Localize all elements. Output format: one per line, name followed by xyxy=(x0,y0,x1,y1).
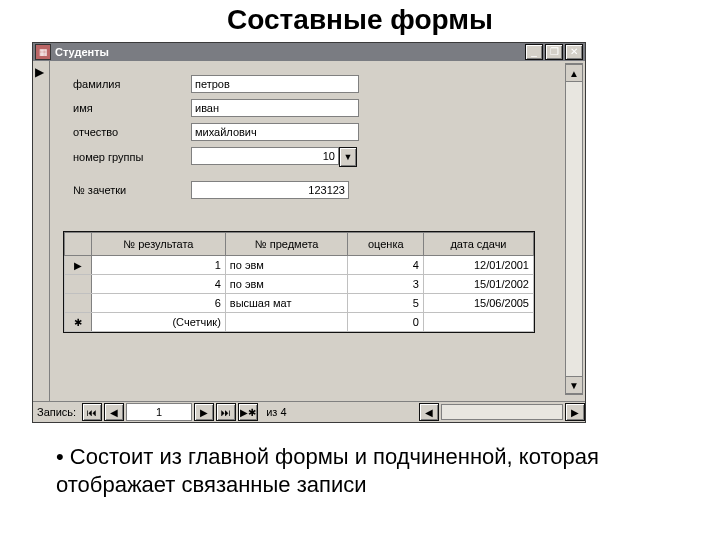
cell-grade[interactable]: 4 xyxy=(348,256,424,275)
window-title: Студенты xyxy=(55,46,525,58)
nav-prev-button[interactable]: ◀ xyxy=(104,403,124,421)
slide-bullet-text: Состоит из главной формы и подчиненной, … xyxy=(56,443,680,498)
nav-last-button[interactable]: ⏭ xyxy=(216,403,236,421)
field-label-surname: фамилия xyxy=(73,78,183,90)
row-selector-icon[interactable] xyxy=(65,275,92,294)
cell-subject[interactable]: по эвм xyxy=(225,275,348,294)
record-selector-bar[interactable]: ▶ xyxy=(33,61,50,401)
group-combo-input[interactable] xyxy=(191,147,339,165)
row-selector-icon[interactable] xyxy=(65,294,92,313)
cell-date[interactable]: 15/06/2005 xyxy=(423,294,533,313)
minimize-button[interactable]: _ xyxy=(525,44,543,60)
group-combo-dropdown-button[interactable]: ▼ xyxy=(339,147,357,167)
restore-button[interactable]: ❐ xyxy=(545,44,563,60)
subform-header-subject-num[interactable]: № предмета xyxy=(225,233,348,256)
scroll-down-button[interactable]: ▼ xyxy=(566,376,582,394)
scroll-up-button[interactable]: ▲ xyxy=(566,64,582,82)
access-form-window: ▦ Студенты _ ❐ ✕ ▶ фамилия имя отчество … xyxy=(32,42,586,423)
patronymic-input[interactable] xyxy=(191,123,359,141)
cell-grade[interactable]: 0 xyxy=(348,313,424,332)
hscroll-track[interactable] xyxy=(441,404,563,420)
cell-subject[interactable] xyxy=(225,313,348,332)
cell-subject[interactable]: по эвм xyxy=(225,256,348,275)
table-row[interactable]: ▶ 1 по эвм 4 12/01/2001 xyxy=(65,256,534,275)
record-navigator: Запись: ⏮ ◀ ▶ ⏭ ▶✱ из 4 ◀ ▶ xyxy=(33,401,585,422)
cell-date[interactable]: 15/01/2002 xyxy=(423,275,533,294)
hscroll-left-button[interactable]: ◀ xyxy=(419,403,439,421)
row-selector-icon[interactable]: ▶ xyxy=(65,256,92,275)
slide-title: Составные формы xyxy=(0,4,720,36)
titlebar: ▦ Студенты _ ❐ ✕ xyxy=(33,43,585,61)
cell-date[interactable] xyxy=(423,313,533,332)
surname-input[interactable] xyxy=(191,75,359,93)
cell-subject[interactable]: высшая мат xyxy=(225,294,348,313)
nav-next-button[interactable]: ▶ xyxy=(194,403,214,421)
nav-current-input[interactable] xyxy=(126,403,192,421)
cell-result-num[interactable]: 6 xyxy=(92,294,226,313)
vertical-scrollbar[interactable]: ▲ ▼ xyxy=(565,63,583,395)
cell-result-num[interactable]: (Счетчик) xyxy=(92,313,226,332)
scroll-track-vertical[interactable] xyxy=(566,82,582,376)
nav-new-button[interactable]: ▶✱ xyxy=(238,403,258,421)
cell-result-num[interactable]: 4 xyxy=(92,275,226,294)
hscroll-right-button[interactable]: ▶ xyxy=(565,403,585,421)
new-record-star-icon[interactable]: ✱ xyxy=(65,313,92,332)
table-row-new[interactable]: ✱ (Счетчик) 0 xyxy=(65,313,534,332)
subform-header-date[interactable]: дата сдачи xyxy=(423,233,533,256)
field-label-name: имя xyxy=(73,102,183,114)
record-label: Запись: xyxy=(37,406,76,418)
table-row[interactable]: 4 по эвм 3 15/01/2002 xyxy=(65,275,534,294)
cell-grade[interactable]: 3 xyxy=(348,275,424,294)
cell-grade[interactable]: 5 xyxy=(348,294,424,313)
chevron-down-icon: ▼ xyxy=(344,152,353,162)
form-body: ▶ фамилия имя отчество номер группы ▼ № … xyxy=(33,61,585,401)
name-input[interactable] xyxy=(191,99,359,117)
table-row[interactable]: 6 высшая мат 5 15/06/2005 xyxy=(65,294,534,313)
subform-header-selector xyxy=(65,233,92,256)
field-label-patronymic: отчество xyxy=(73,126,183,138)
cell-result-num[interactable]: 1 xyxy=(92,256,226,275)
field-label-group: номер группы xyxy=(73,151,183,163)
form-icon: ▦ xyxy=(35,44,51,60)
nav-first-button[interactable]: ⏮ xyxy=(82,403,102,421)
close-button[interactable]: ✕ xyxy=(565,44,583,60)
current-record-marker-icon: ▶ xyxy=(35,65,44,79)
subform-header-result-num[interactable]: № результата xyxy=(92,233,226,256)
bookno-input[interactable] xyxy=(191,181,349,199)
subform-grid: № результата № предмета оценка дата сдач… xyxy=(63,231,535,333)
cell-date[interactable]: 12/01/2001 xyxy=(423,256,533,275)
nav-of-text: из 4 xyxy=(266,406,286,418)
subform-header-grade[interactable]: оценка xyxy=(348,233,424,256)
field-label-bookno: № зачетки xyxy=(73,184,183,196)
